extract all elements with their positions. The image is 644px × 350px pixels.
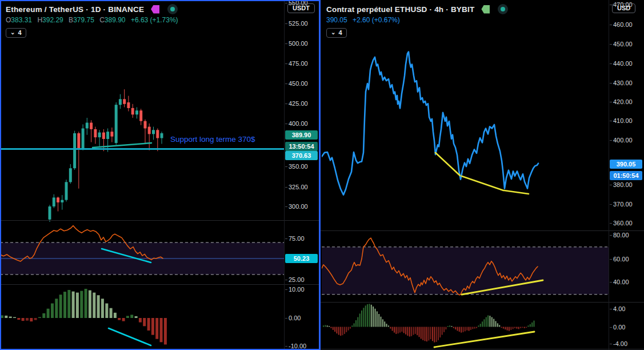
macd-bar — [398, 327, 399, 334]
axis-tick-label: 380.00 — [613, 181, 633, 188]
left-chart-canvas[interactable] — [0, 0, 284, 350]
curved-support-segment-3[interactable] — [504, 190, 529, 194]
macd-bar — [409, 327, 410, 337]
macd-bar — [382, 319, 383, 327]
pane-divider[interactable] — [0, 284, 321, 285]
left-rsi-pane — [0, 226, 284, 275]
bar-countdown-badge: 13:50:54 — [285, 142, 318, 151]
candle-body — [156, 130, 159, 138]
axis-tick-label: 40.00 — [613, 279, 629, 285]
price-axis-right[interactable]: USD 390.05 01:50:54 470.00460.00450.0044… — [609, 0, 644, 350]
support-annotation-text[interactable]: Support long terme 370$ — [170, 135, 255, 144]
macd-bar — [413, 327, 414, 335]
currency-toggle-button[interactable]: USD — [612, 3, 635, 13]
right-rsi-pane — [322, 238, 609, 295]
macd-bar — [325, 325, 326, 327]
macd-bar — [430, 327, 431, 340]
macd-bar — [359, 313, 361, 327]
candle-body — [123, 99, 126, 104]
axis-tick-label: 450.00 — [613, 41, 633, 47]
macd-bar — [395, 327, 397, 334]
left-macd-pane — [1, 289, 167, 345]
macd-bar — [531, 323, 533, 327]
symbol-title[interactable]: Ethereum / TetherUS · 1D · BINANCE — [6, 5, 144, 14]
support-level-badge[interactable]: 370.63 — [285, 151, 318, 160]
candle-body — [69, 168, 72, 182]
macd-bar — [139, 318, 142, 323]
symbol-title[interactable]: Contrat perpétuel ETHUSD · 4h · BYBIT — [326, 5, 474, 14]
macd-bar — [9, 317, 12, 319]
market-status-icon[interactable] — [167, 4, 178, 14]
pane-divider[interactable] — [321, 230, 644, 231]
chart-panel-left[interactable]: Support long terme 370$ USDT 389.90 13:5… — [0, 0, 321, 350]
bar-countdown-badge: 01:50:54 — [610, 171, 642, 180]
flag-icon[interactable] — [151, 5, 159, 14]
macd-bearish-trendline[interactable] — [109, 328, 151, 345]
macd-bar — [377, 311, 378, 327]
macd-bar — [38, 317, 41, 319]
macd-bar — [151, 318, 154, 335]
pane-divider[interactable] — [0, 220, 321, 221]
low-label: B — [69, 16, 73, 24]
candle-body — [115, 105, 118, 143]
pane-divider[interactable] — [321, 302, 644, 303]
support-trendline[interactable] — [93, 143, 151, 148]
macd-bar — [495, 321, 497, 327]
flag-icon[interactable] — [481, 5, 490, 14]
macd-bar — [445, 327, 446, 330]
macd-bar — [336, 327, 337, 334]
macd-bar — [388, 325, 389, 327]
axis-tick-label: 350.00 — [289, 163, 308, 170]
macd-bar — [493, 319, 494, 327]
macd-bar — [438, 327, 439, 340]
macd-bar — [421, 327, 422, 339]
market-status-icon[interactable] — [498, 4, 508, 14]
candle-body — [77, 133, 80, 149]
macd-bar — [465, 327, 466, 332]
macd-bar — [130, 315, 133, 318]
candle-body — [65, 182, 68, 200]
active-chart-border-top — [0, 0, 321, 1]
macd-bar — [334, 327, 335, 332]
candle-body — [119, 99, 122, 105]
macd-bar — [147, 318, 150, 331]
macd-bar — [419, 327, 420, 337]
macd-bar — [513, 327, 514, 329]
price-axis-left[interactable]: USDT 389.90 13:50:54 370.63 50.23 550.00… — [284, 0, 319, 350]
macd-bar — [428, 327, 429, 341]
last-price-badge[interactable]: 390.05 — [610, 160, 642, 169]
pane-divider[interactable] — [321, 349, 644, 349]
chart-panel-right[interactable]: USD 390.05 01:50:54 470.00460.00450.0044… — [321, 0, 644, 350]
axis-tick-label: 410.00 — [613, 117, 633, 124]
macd-bar — [403, 327, 405, 333]
close-label: C — [99, 16, 105, 24]
last-price-badge[interactable]: 389.90 — [285, 130, 318, 140]
macd-bar — [327, 325, 328, 327]
macd-bar — [348, 327, 349, 331]
visible-charts-button[interactable]: ⌄ 4 — [326, 28, 347, 38]
chart-separator[interactable] — [319, 0, 321, 350]
macd-bar — [443, 327, 445, 332]
macd-bar — [501, 327, 502, 328]
macd-bullish-trendline[interactable] — [434, 332, 534, 347]
right-chart-canvas[interactable] — [322, 0, 609, 350]
macd-bar — [394, 327, 395, 333]
axis-tick-label: 400.00 — [613, 137, 633, 144]
axis-tick-label: 75.00 — [289, 235, 305, 242]
curved-support-segment-1[interactable] — [435, 153, 460, 176]
macd-bar — [114, 313, 117, 318]
curved-support-segment-2[interactable] — [462, 176, 503, 190]
macd-bar — [486, 317, 487, 327]
candle-body — [127, 102, 130, 108]
ohlc-row: O383.31 H392.29 B379.75 C389.90 +6.63 (+… — [6, 16, 178, 25]
candle-body — [148, 127, 151, 134]
macd-bar — [472, 327, 473, 329]
macd-bar — [425, 327, 426, 341]
macd-bar — [470, 327, 471, 330]
axis-tick-label: 440.00 — [613, 60, 633, 67]
currency-toggle-button[interactable]: USDT — [287, 3, 315, 13]
macd-bar — [355, 320, 357, 327]
macd-bar — [459, 327, 460, 332]
visible-charts-button[interactable]: ⌄ 4 — [6, 28, 26, 38]
macd-bar — [507, 327, 508, 331]
